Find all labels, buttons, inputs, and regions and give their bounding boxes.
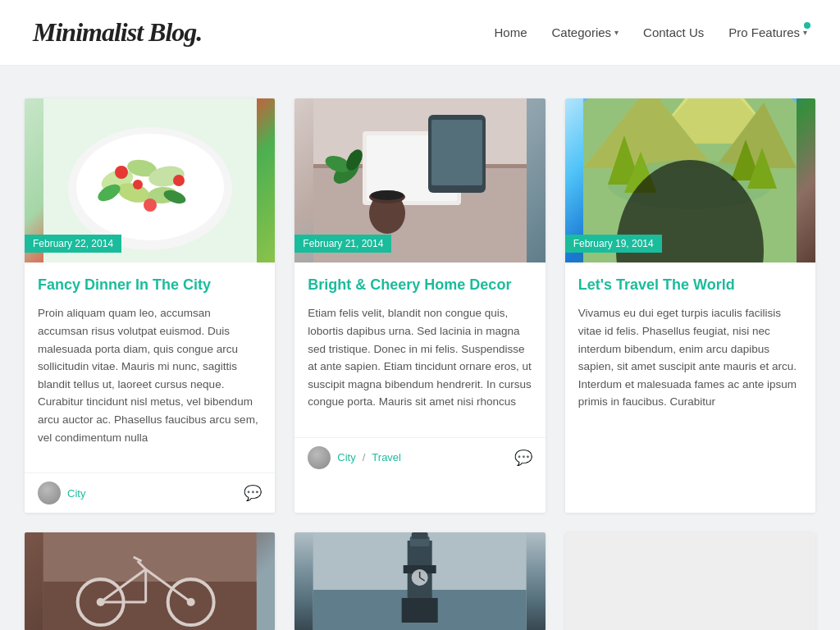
- svg-rect-60: [402, 598, 438, 623]
- card-image-bigben: [294, 532, 545, 630]
- svg-rect-62: [412, 532, 428, 539]
- blog-card-bottom-2: [294, 532, 545, 630]
- site-logo: Minimalist Blog.: [33, 17, 202, 48]
- bike-svg: [25, 532, 275, 630]
- card-image-wrapper-2: February 21, 2014: [294, 98, 545, 262]
- card-body-3: Let's Travel The World Vivamus eu dui eg…: [565, 262, 815, 437]
- svg-point-23: [371, 190, 404, 200]
- blog-card-bottom-1: [25, 532, 275, 630]
- card-title-3: Let's Travel The World: [578, 276, 802, 294]
- main-nav: Home Categories ▾ Contact Us Pro Feature…: [495, 25, 807, 39]
- blog-card-bottom-3: [565, 532, 815, 630]
- blog-grid-bottom: [25, 532, 815, 630]
- nav-pro[interactable]: Pro Features ▾: [728, 25, 807, 39]
- blog-card-3: February 19, 2014 Let's Travel The World…: [565, 98, 815, 513]
- categories-chevron-icon: ▾: [614, 28, 619, 37]
- svg-point-2: [76, 134, 224, 240]
- category-link-2b[interactable]: Travel: [372, 451, 401, 463]
- author-info-2: City / Travel: [308, 446, 401, 469]
- card-footer-1: City 💬: [25, 472, 275, 513]
- card-footer-2: City / Travel 💬: [294, 437, 545, 477]
- comment-icon-1: 💬: [244, 484, 262, 502]
- nav-categories[interactable]: Categories ▾: [552, 25, 619, 39]
- blog-grid: February 22, 2014 Fancy Dinner In The Ci…: [25, 98, 815, 513]
- nav-pro-link[interactable]: Pro Features: [728, 25, 800, 39]
- date-badge-3: February 19, 2014: [565, 235, 662, 253]
- svg-point-10: [144, 199, 157, 212]
- card-image-wrapper-1: February 22, 2014: [25, 98, 275, 262]
- card-title-2: Bright & Cheery Home Decor: [308, 276, 532, 294]
- svg-rect-45: [43, 582, 257, 630]
- svg-point-9: [173, 175, 185, 186]
- card-text-3: Vivamus eu dui eget turpis iaculis facil…: [578, 304, 802, 411]
- nav-home[interactable]: Home: [495, 25, 527, 39]
- card-image-wrapper-3: February 19, 2014: [565, 98, 815, 262]
- avatar-1: [38, 482, 61, 504]
- nav-categories-link[interactable]: Categories: [552, 25, 612, 39]
- svg-rect-20: [431, 120, 482, 185]
- category-link-2a[interactable]: City: [337, 451, 355, 463]
- pro-dot-indicator: [804, 22, 810, 29]
- card-body-1: Fancy Dinner In The City Proin aliquam q…: [25, 262, 275, 472]
- comment-icon-2: 💬: [514, 449, 532, 467]
- author-info-1: City: [38, 482, 85, 504]
- card-image-bike: [25, 532, 275, 630]
- card-text-1: Proin aliquam quam leo, accumsan accumsa…: [38, 304, 262, 446]
- avatar-circle-1: [38, 482, 61, 504]
- card-title-1: Fancy Dinner In The City: [38, 276, 262, 294]
- svg-point-11: [133, 180, 143, 189]
- pro-chevron-icon: ▾: [803, 28, 807, 37]
- date-badge-1: February 22, 2014: [25, 235, 121, 253]
- card-body-2: Bright & Cheery Home Decor Etiam felis v…: [294, 262, 545, 437]
- site-header: Minimalist Blog. Home Categories ▾ Conta…: [0, 0, 840, 66]
- category-separator-2: /: [363, 451, 366, 463]
- avatar-2: [308, 446, 331, 469]
- blog-card-2: February 21, 2014 Bright & Cheery Home D…: [294, 98, 545, 513]
- svg-point-8: [115, 166, 128, 179]
- card-text-2: Etiam felis velit, blandit non congue qu…: [308, 304, 532, 411]
- blog-card-1: February 22, 2014 Fancy Dinner In The Ci…: [25, 98, 275, 513]
- avatar-circle-2: [308, 446, 331, 469]
- date-badge-2: February 21, 2014: [294, 235, 391, 253]
- bigben-svg: [294, 532, 545, 630]
- category-link-1[interactable]: City: [67, 487, 85, 500]
- nav-contact[interactable]: Contact Us: [643, 25, 704, 39]
- main-content: February 22, 2014 Fancy Dinner In The Ci…: [0, 66, 840, 630]
